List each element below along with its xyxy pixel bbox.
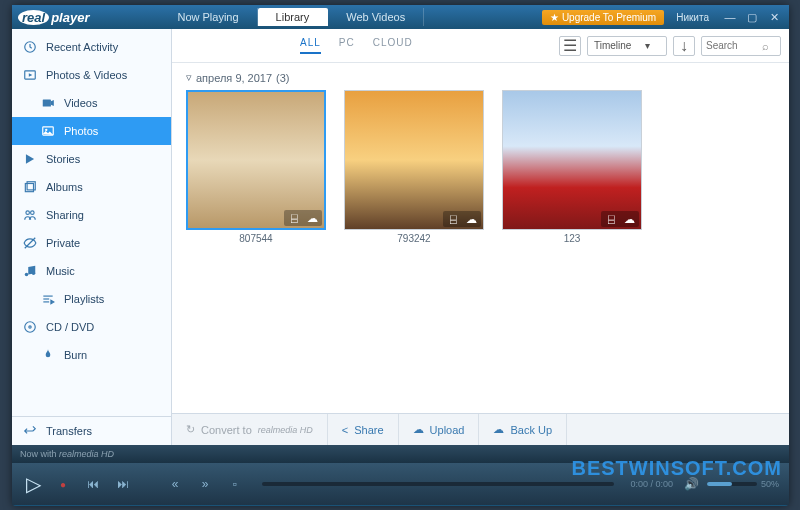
music-icon [22, 263, 38, 279]
sidebar-item-albums[interactable]: Albums [12, 173, 171, 201]
player-bar: ▷ ● ⏮ ⏭ « » ▫ 0:00 / 0:00 🔊 50% [12, 463, 789, 505]
top-tabs: Now Playing Library Web Videos [159, 8, 424, 26]
search-input[interactable] [706, 40, 762, 51]
maximize-button[interactable]: ▢ [743, 10, 761, 24]
transfers-icon [22, 423, 38, 439]
clock-icon [22, 39, 38, 55]
filter-pc[interactable]: PC [339, 37, 355, 54]
chevron-down-icon: ▿ [186, 71, 192, 84]
private-icon [22, 235, 38, 251]
search-icon: ⌕ [762, 40, 769, 52]
thumbnail-grid: ⌸☁ 807544 ⌸☁ 793242 ⌸☁ 123 [186, 90, 775, 244]
volume-slider[interactable] [707, 482, 757, 486]
svg-point-20 [29, 326, 31, 328]
view-list-button[interactable]: ☰ [559, 36, 581, 56]
sidebar-item-photos-videos[interactable]: Photos & Videos [12, 61, 171, 89]
sidebar-item-photos[interactable]: Photos [12, 117, 171, 145]
cloud-icon: ☁ [621, 213, 637, 225]
chevron-down-icon: ▾ [645, 40, 650, 51]
sidebar-item-playlists[interactable]: Playlists [12, 285, 171, 313]
sidebar-item-private[interactable]: Private [12, 229, 171, 257]
svg-rect-3 [43, 100, 51, 107]
svg-point-19 [25, 322, 36, 333]
sidebar-item-music[interactable]: Music [12, 257, 171, 285]
tab-library[interactable]: Library [258, 8, 329, 26]
sidebar-item-burn[interactable]: Burn [12, 341, 171, 369]
main-panel: ALL PC CLOUD ☰ Timeline▾ ↓ ⌕ ▿ апреля 9,… [172, 29, 789, 445]
date-group: ▿ апреля 9, 2017 (3) ⌸☁ 807544 ⌸☁ [172, 63, 789, 252]
local-icon: ⌸ [286, 212, 302, 224]
next-button[interactable]: ⏭ [112, 473, 134, 495]
minimize-button[interactable]: — [721, 10, 739, 24]
share-button[interactable]: <Share [328, 414, 399, 445]
filter-tabs: ALL PC CLOUD [300, 37, 413, 54]
photo-thumbnail[interactable]: ⌸☁ 123 [502, 90, 642, 244]
username[interactable]: Никита [668, 12, 717, 23]
tab-now-playing[interactable]: Now Playing [159, 8, 257, 26]
sidebar-item-sharing[interactable]: Sharing [12, 201, 171, 229]
sidebar-item-stories[interactable]: Stories [12, 145, 171, 173]
disc-icon [22, 319, 38, 335]
sidebar-item-videos[interactable]: Videos [12, 89, 171, 117]
svg-marker-7 [26, 154, 34, 163]
sidebar-item-cddvd[interactable]: CD / DVD [12, 313, 171, 341]
group-header[interactable]: ▿ апреля 9, 2017 (3) [186, 71, 775, 84]
sidebar-item-transfers[interactable]: Transfers [12, 416, 171, 445]
svg-marker-4 [51, 100, 54, 106]
svg-point-14 [32, 272, 36, 276]
thumbnail-label: 807544 [239, 233, 272, 244]
cloud-icon: ☁ [304, 212, 320, 224]
convert-button[interactable]: ↻Convert to realmedia HD [172, 414, 328, 445]
svg-point-13 [25, 273, 29, 277]
albums-icon [22, 179, 38, 195]
svg-point-10 [26, 211, 30, 215]
volume-icon[interactable]: 🔊 [681, 473, 703, 495]
upgrade-button[interactable]: ★ Upgrade To Premium [542, 10, 664, 25]
sort-direction-button[interactable]: ↓ [673, 36, 695, 56]
sidebar: Recent Activity Photos & Videos Videos P… [12, 29, 172, 445]
photo-thumbnail[interactable]: ⌸☁ 793242 [344, 90, 484, 244]
rewind-button[interactable]: « [164, 473, 186, 495]
thumbnail-image: ⌸☁ [502, 90, 642, 230]
filter-all[interactable]: ALL [300, 37, 321, 54]
prev-button[interactable]: ⏮ [82, 473, 104, 495]
playlist-icon [40, 291, 56, 307]
content-area: Recent Activity Photos & Videos Videos P… [12, 29, 789, 445]
upload-button[interactable]: ☁Upload [399, 414, 480, 445]
photo-thumbnail[interactable]: ⌸☁ 807544 [186, 90, 326, 244]
search-box[interactable]: ⌕ [701, 36, 781, 56]
svg-marker-18 [51, 300, 54, 304]
time-display: 0:00 / 0:00 [630, 479, 673, 489]
local-icon: ⌸ [603, 213, 619, 225]
record-button[interactable]: ● [52, 473, 74, 495]
action-bar: ↻Convert to realmedia HD <Share ☁Upload … [172, 413, 789, 445]
backup-button[interactable]: ☁Back Up [479, 414, 567, 445]
backup-icon: ☁ [493, 423, 504, 436]
stop-button[interactable]: ▫ [224, 473, 246, 495]
titlebar: realplayer Now Playing Library Web Video… [12, 5, 789, 29]
sidebar-item-recent[interactable]: Recent Activity [12, 33, 171, 61]
close-button[interactable]: ✕ [765, 10, 783, 24]
filter-bar: ALL PC CLOUD ☰ Timeline▾ ↓ ⌕ [172, 29, 789, 63]
forward-button[interactable]: » [194, 473, 216, 495]
cloud-icon: ☁ [463, 213, 479, 225]
svg-point-11 [31, 211, 34, 215]
sharing-icon [22, 207, 38, 223]
svg-marker-2 [29, 73, 32, 77]
svg-point-6 [45, 129, 47, 131]
play-button[interactable]: ▷ [22, 473, 44, 495]
filter-cloud[interactable]: CLOUD [373, 37, 413, 54]
convert-icon: ↻ [186, 423, 195, 436]
share-icon: < [342, 424, 348, 436]
upload-icon: ☁ [413, 423, 424, 436]
tab-web-videos[interactable]: Web Videos [328, 8, 424, 26]
thumbnail-image: ⌸☁ [344, 90, 484, 230]
local-icon: ⌸ [445, 213, 461, 225]
photo-icon [40, 123, 56, 139]
status-bar: Now with realmedia HD [12, 445, 789, 463]
app-logo: realplayer [18, 10, 89, 25]
volume-control: 🔊 50% [681, 473, 779, 495]
stories-icon [22, 151, 38, 167]
progress-slider[interactable] [262, 482, 614, 486]
sort-select[interactable]: Timeline▾ [587, 36, 667, 56]
